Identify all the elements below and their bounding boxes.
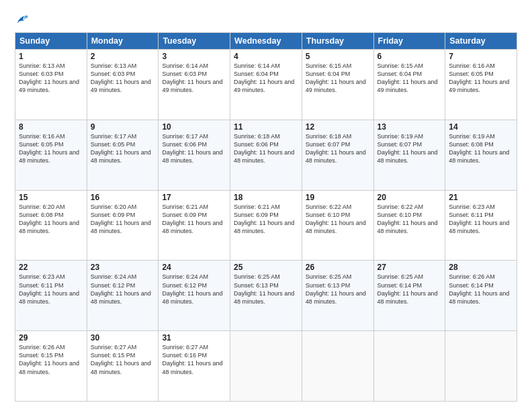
sunrise-label: Sunrise: 6:21 AM bbox=[234, 203, 280, 210]
sunset-label: Sunset: 6:14 PM bbox=[449, 282, 494, 289]
sunset-label: Sunset: 6:03 PM bbox=[162, 71, 207, 77]
calendar-cell: 6 Sunrise: 6:15 AM Sunset: 6:04 PM Dayli… bbox=[373, 50, 445, 120]
sunrise-label: Sunrise: 6:25 AM bbox=[306, 273, 352, 280]
daylight-label: Daylight: 11 hours and 48 minutes. bbox=[162, 220, 222, 234]
daylight-label: Daylight: 11 hours and 48 minutes. bbox=[162, 360, 222, 375]
day-number: 18 bbox=[234, 193, 298, 202]
day-info: Sunrise: 6:13 AM Sunset: 6:03 PM Dayligh… bbox=[19, 62, 83, 95]
daylight-label: Daylight: 11 hours and 48 minutes. bbox=[378, 149, 438, 164]
sunset-label: Sunset: 6:11 PM bbox=[19, 282, 64, 289]
day-info: Sunrise: 6:27 AM Sunset: 6:16 PM Dayligh… bbox=[162, 343, 226, 376]
day-info: Sunrise: 6:18 AM Sunset: 6:06 PM Dayligh… bbox=[234, 132, 298, 165]
day-number: 6 bbox=[378, 52, 442, 61]
calendar-cell: 13 Sunrise: 6:19 AM Sunset: 6:07 PM Dayl… bbox=[373, 120, 445, 190]
calendar-cell bbox=[445, 331, 517, 402]
day-number: 2 bbox=[91, 52, 155, 61]
daylight-label: Daylight: 11 hours and 48 minutes. bbox=[162, 149, 222, 164]
sunrise-label: Sunrise: 6:13 AM bbox=[19, 62, 65, 69]
calendar-cell: 3 Sunrise: 6:14 AM Sunset: 6:03 PM Dayli… bbox=[159, 50, 230, 120]
sunrise-label: Sunrise: 6:18 AM bbox=[306, 133, 352, 140]
daylight-label: Daylight: 11 hours and 48 minutes. bbox=[91, 220, 151, 234]
day-number: 13 bbox=[378, 122, 442, 132]
calendar-cell: 1 Sunrise: 6:13 AM Sunset: 6:03 PM Dayli… bbox=[15, 50, 87, 120]
day-number: 19 bbox=[306, 193, 370, 202]
daylight-label: Daylight: 11 hours and 48 minutes. bbox=[234, 290, 294, 305]
daylight-label: Daylight: 11 hours and 48 minutes. bbox=[306, 220, 366, 234]
sunrise-label: Sunrise: 6:27 AM bbox=[91, 344, 137, 351]
day-number: 16 bbox=[91, 193, 155, 202]
calendar-cell: 9 Sunrise: 6:17 AM Sunset: 6:05 PM Dayli… bbox=[87, 120, 159, 190]
day-number: 30 bbox=[91, 333, 155, 342]
sunset-label: Sunset: 6:11 PM bbox=[449, 212, 494, 218]
day-number: 15 bbox=[19, 193, 83, 202]
day-number: 11 bbox=[234, 122, 298, 132]
day-info: Sunrise: 6:13 AM Sunset: 6:03 PM Dayligh… bbox=[91, 62, 155, 95]
sunset-label: Sunset: 6:03 PM bbox=[91, 71, 136, 77]
day-info: Sunrise: 6:24 AM Sunset: 6:12 PM Dayligh… bbox=[91, 273, 155, 306]
sunset-label: Sunset: 6:15 PM bbox=[91, 352, 136, 359]
sunset-label: Sunset: 6:03 PM bbox=[19, 71, 64, 77]
day-info: Sunrise: 6:20 AM Sunset: 6:09 PM Dayligh… bbox=[91, 203, 155, 236]
sunrise-label: Sunrise: 6:16 AM bbox=[19, 133, 65, 140]
day-number: 26 bbox=[306, 263, 370, 272]
weekday-sunday: Sunday bbox=[15, 33, 87, 50]
day-number: 17 bbox=[162, 193, 226, 202]
daylight-label: Daylight: 11 hours and 49 minutes. bbox=[162, 79, 222, 93]
sunrise-label: Sunrise: 6:19 AM bbox=[378, 133, 424, 140]
sunrise-label: Sunrise: 6:22 AM bbox=[378, 203, 424, 210]
day-number: 8 bbox=[19, 122, 83, 132]
day-number: 20 bbox=[378, 193, 442, 202]
daylight-label: Daylight: 11 hours and 48 minutes. bbox=[19, 220, 79, 234]
calendar-cell: 20 Sunrise: 6:22 AM Sunset: 6:10 PM Dayl… bbox=[373, 190, 445, 261]
daylight-label: Daylight: 11 hours and 49 minutes. bbox=[234, 79, 294, 93]
day-number: 5 bbox=[306, 52, 370, 61]
weekday-thursday: Thursday bbox=[302, 33, 373, 50]
calendar-body: 1 Sunrise: 6:13 AM Sunset: 6:03 PM Dayli… bbox=[15, 50, 517, 402]
sunset-label: Sunset: 6:04 PM bbox=[306, 71, 351, 77]
day-info: Sunrise: 6:19 AM Sunset: 6:08 PM Dayligh… bbox=[449, 132, 513, 165]
day-info: Sunrise: 6:21 AM Sunset: 6:09 PM Dayligh… bbox=[162, 203, 226, 236]
sunset-label: Sunset: 6:12 PM bbox=[162, 282, 207, 289]
calendar-cell: 25 Sunrise: 6:25 AM Sunset: 6:13 PM Dayl… bbox=[230, 261, 302, 331]
day-info: Sunrise: 6:17 AM Sunset: 6:06 PM Dayligh… bbox=[162, 132, 226, 165]
sunset-label: Sunset: 6:04 PM bbox=[234, 71, 279, 77]
day-number: 1 bbox=[19, 52, 83, 61]
day-number: 28 bbox=[449, 263, 513, 272]
calendar-cell: 4 Sunrise: 6:14 AM Sunset: 6:04 PM Dayli… bbox=[230, 50, 302, 120]
daylight-label: Daylight: 11 hours and 48 minutes. bbox=[378, 290, 438, 305]
calendar-cell: 21 Sunrise: 6:23 AM Sunset: 6:11 PM Dayl… bbox=[445, 190, 517, 261]
page: SundayMondayTuesdayWednesdayThursdayFrid… bbox=[0, 0, 532, 411]
sunset-label: Sunset: 6:15 PM bbox=[19, 352, 64, 359]
weekday-monday: Monday bbox=[87, 33, 159, 50]
day-number: 7 bbox=[449, 52, 513, 61]
sunset-label: Sunset: 6:08 PM bbox=[449, 141, 494, 148]
day-info: Sunrise: 6:16 AM Sunset: 6:05 PM Dayligh… bbox=[19, 132, 83, 165]
weekday-header-row: SundayMondayTuesdayWednesdayThursdayFrid… bbox=[15, 33, 517, 50]
calendar-cell: 10 Sunrise: 6:17 AM Sunset: 6:06 PM Dayl… bbox=[159, 120, 230, 190]
sunset-label: Sunset: 6:13 PM bbox=[306, 282, 351, 289]
day-number: 27 bbox=[378, 263, 442, 272]
day-info: Sunrise: 6:25 AM Sunset: 6:13 PM Dayligh… bbox=[234, 273, 298, 306]
day-info: Sunrise: 6:14 AM Sunset: 6:03 PM Dayligh… bbox=[162, 62, 226, 95]
logo bbox=[15, 12, 32, 27]
daylight-label: Daylight: 11 hours and 49 minutes. bbox=[91, 79, 151, 93]
day-info: Sunrise: 6:20 AM Sunset: 6:08 PM Dayligh… bbox=[19, 203, 83, 236]
day-number: 21 bbox=[449, 193, 513, 202]
daylight-label: Daylight: 11 hours and 48 minutes. bbox=[91, 290, 151, 305]
daylight-label: Daylight: 11 hours and 49 minutes. bbox=[378, 79, 438, 93]
daylight-label: Daylight: 11 hours and 48 minutes. bbox=[19, 149, 79, 164]
day-number: 14 bbox=[449, 122, 513, 132]
week-row-3: 15 Sunrise: 6:20 AM Sunset: 6:08 PM Dayl… bbox=[15, 190, 517, 261]
daylight-label: Daylight: 11 hours and 48 minutes. bbox=[91, 149, 151, 164]
sunset-label: Sunset: 6:06 PM bbox=[234, 141, 279, 148]
calendar-cell: 30 Sunrise: 6:27 AM Sunset: 6:15 PM Dayl… bbox=[87, 331, 159, 402]
day-info: Sunrise: 6:22 AM Sunset: 6:10 PM Dayligh… bbox=[306, 203, 370, 236]
calendar-cell: 31 Sunrise: 6:27 AM Sunset: 6:16 PM Dayl… bbox=[159, 331, 230, 402]
daylight-label: Daylight: 11 hours and 49 minutes. bbox=[19, 79, 79, 93]
day-number: 3 bbox=[162, 52, 226, 61]
sunset-label: Sunset: 6:05 PM bbox=[91, 141, 136, 148]
daylight-label: Daylight: 11 hours and 48 minutes. bbox=[19, 360, 79, 375]
calendar-cell: 14 Sunrise: 6:19 AM Sunset: 6:08 PM Dayl… bbox=[445, 120, 517, 190]
sunset-label: Sunset: 6:10 PM bbox=[378, 212, 423, 218]
day-number: 29 bbox=[19, 333, 83, 342]
